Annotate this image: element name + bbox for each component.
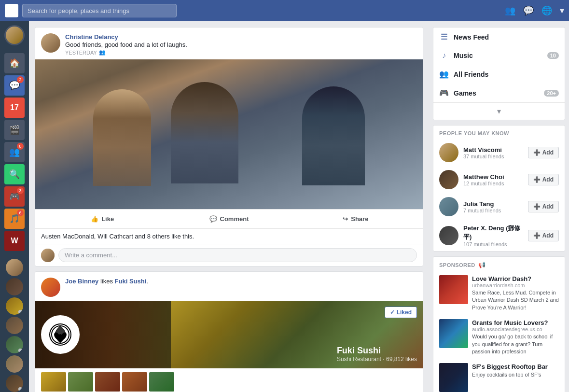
post-2-avatar[interactable] [41,278,60,297]
add-label-4: Add [542,232,554,239]
sushi-thumbnails [35,368,423,392]
sidebar-friend-1[interactable] [6,259,23,276]
sidebar-friend-7[interactable] [6,375,23,392]
sushi-thumb-2[interactable] [68,372,93,392]
account-nav-icon[interactable]: ▾ [560,5,564,16]
post-2: Joe Binney likes Fuki Sushi. [35,271,423,392]
add-icon-2: ➕ [533,176,541,183]
person-2-info: Matthew Choi 12 mutual friends [463,173,523,186]
sidebar-item-profile[interactable] [4,25,25,45]
nav-icons: 👥 💬 🌐 ▾ [505,5,564,16]
ad-3-title[interactable]: SF's Biggest Rooftop Bar [472,363,559,370]
fuki-likes: 69,812 likes [386,356,417,363]
person-3-info: Julia Tang 7 mutual friends [463,200,523,213]
sidebar-item-video[interactable]: 🎬 [4,120,25,140]
sidebar-item-word[interactable]: W [4,231,25,251]
post-2-target[interactable]: Fuki Sushi [115,278,147,285]
sidebar-item-home[interactable]: 🏠 [4,53,25,73]
sidebar-friend-4[interactable] [6,317,23,334]
add-icon-1: ➕ [533,149,541,156]
comment-label: Comment [220,215,249,223]
search-bar[interactable]: Search for people, places and things [22,4,177,17]
sushi-thumb-1[interactable] [41,372,66,392]
nav-all-friends[interactable]: 👥 All Friends [433,65,565,84]
globe-nav-icon[interactable]: 🌐 [541,5,552,16]
sidebar-item-music[interactable]: 🎵 6 [4,209,25,229]
person-2-avatar[interactable] [439,170,458,189]
sushi-thumb-4[interactable] [122,372,147,392]
left-sidebar: 🏠 💬 2 17 🎬 👥 8 🔍 🎮 3 🎵 6 W [0,21,29,392]
add-label-1: Add [542,149,554,156]
ad-1: Love Warrior Dash? urbanwarriordash.com … [433,271,565,315]
person-2: Matthew Choi 12 mutual friends ➕ Add [433,166,565,193]
comment-icon: 💬 [209,215,217,223]
messages-nav-icon[interactable]: 💬 [523,5,534,16]
comment-action[interactable]: 💬 Comment [166,211,292,226]
nav-games[interactable]: 🎮 Games 20+ [433,84,565,102]
person-3-mutual: 7 mutual friends [463,208,523,213]
nav-music[interactable]: ♪ Music 10 [433,46,565,65]
person-1-info: Matt Viscomi 37 mutual friends [463,146,523,159]
sidebar-friend-6[interactable] [6,355,23,373]
music-icon: ♪ [439,51,449,60]
sidebar-friend-5[interactable] [6,336,23,353]
games-badge: 3 [17,187,24,194]
person-3-name: Julia Tang [463,200,523,208]
messages-badge: 2 [17,76,24,83]
add-person-3-button[interactable]: ➕ Add [528,201,559,212]
share-action[interactable]: ↪ Share [292,211,419,226]
sidebar-item-messages[interactable]: 💬 2 [4,75,25,96]
top-navigation: Search for people, places and things 👥 💬… [0,0,569,21]
post-2-action: likes [100,278,115,285]
sidebar-item-games[interactable]: 🎮 3 [4,186,25,207]
liked-button[interactable]: ✓ Liked [385,307,417,318]
person-1-avatar[interactable] [439,143,458,162]
sponsored-title: SPONSORED 📢 [433,257,565,271]
post-1-comment-box: Write a comment... [35,244,423,266]
like-action[interactable]: 👍 Like [39,211,166,226]
post-1-timestamp: YESTERDAY [65,50,97,56]
friends-nav-icon[interactable]: 👥 [505,5,515,16]
person-3-avatar[interactable] [439,197,458,216]
ad-1-title[interactable]: Love Warrior Dash? [472,275,559,282]
ad-1-image[interactable] [439,275,468,304]
post-1-author[interactable]: Christine Delancy [65,33,417,41]
sushi-thumb-3[interactable] [95,372,120,392]
post-1-meta: Christine Delancy Good friends, good foo… [65,33,417,56]
ad-2-image[interactable] [439,319,468,348]
add-person-4-button[interactable]: ➕ Add [528,230,559,241]
add-person-2-button[interactable]: ➕ Add [528,174,559,185]
sidebar-item-find[interactable]: 🔍 [4,164,25,184]
post-1-image [35,59,423,209]
sidebar-item-calendar[interactable]: 17 [4,98,25,118]
sidebar-item-groups[interactable]: 👥 8 [4,142,25,162]
ad-2-info: Grants for Music Lovers? audio.associate… [472,319,559,355]
expand-nav-chevron[interactable]: ▾ [433,102,565,120]
add-person-1-button[interactable]: ➕ Add [528,147,559,158]
post-1-avatar[interactable] [41,33,60,53]
post-2-actor[interactable]: Joe Binney [65,278,98,285]
comment-input[interactable]: Write a comment... [58,248,417,262]
sidebar-friend-2[interactable] [6,278,23,295]
liked-label: ✓ Liked [390,309,412,316]
nav-news-feed[interactable]: ☰ News Feed [433,28,565,46]
facebook-logo [5,4,18,17]
chevron-down-icon: ▾ [497,107,501,115]
ad-3-info: SF's Biggest Rooftop Bar Enjoy cocktails… [472,363,559,378]
search-placeholder: Search for people, places and things [28,7,129,14]
commenter-avatar [41,249,55,262]
add-icon-3: ➕ [533,203,541,210]
post-1-time: YESTERDAY 👥 [65,49,417,56]
ad-2-desc: Would you go/ go back to school if you q… [472,333,559,355]
ad-2-title[interactable]: Grants for Music Lovers? [472,319,559,326]
people-title-text: PEOPLE YOU MAY KNOW [439,130,509,136]
nav-section: ☰ News Feed ♪ Music 10 👥 All Friends 🎮 G… [433,27,565,120]
sushi-banner: Fuki Sushi Sushi Restaurant · 69,812 lik… [35,301,423,368]
ad-1-info: Love Warrior Dash? urbanwarriordash.com … [472,275,559,311]
sidebar-friend-3[interactable] [6,297,23,315]
sushi-thumb-5[interactable] [149,372,174,392]
ad-3-image[interactable] [439,363,468,392]
music-badge: 10 [547,52,559,59]
main-content: Christine Delancy Good friends, good foo… [29,21,569,392]
person-4-avatar[interactable] [439,226,458,245]
